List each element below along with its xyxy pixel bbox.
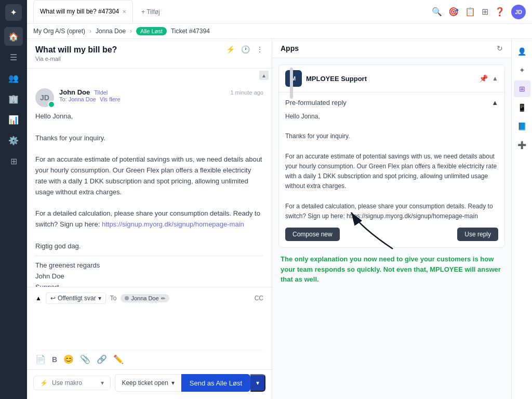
preview-line1: Thanks for your inquiry. — [285, 131, 498, 141]
sidebar-org-icon[interactable]: 🏢 — [4, 89, 23, 108]
reply-area: ▲ ↩ Offentligt svar ▾ To Jonna Doe ✏ CC — [27, 287, 272, 369]
bold-icon[interactable]: B — [52, 355, 57, 364]
use-reply-button[interactable]: Use reply — [457, 228, 498, 241]
message-header: JD John Doe Tildel 1 minute ago To: — [35, 88, 263, 107]
app-actions: Compose new Use reply — [285, 228, 498, 241]
right-panel: Apps ↻ M MPLOYEE Support 📌 ▲ Pre-formula… — [272, 39, 511, 399]
sidebar-home-icon[interactable]: 🏠 — [4, 27, 23, 46]
signature-1: The greenest regards — [35, 260, 263, 271]
email-header: What will my bill be? Via e-mail ⚡ 🕐 ⋮ — [27, 39, 272, 69]
scroll-up-btn[interactable]: ▲ — [259, 71, 269, 80]
email-pane: What will my bill be? Via e-mail ⚡ 🕐 ⋮ ▲ — [27, 39, 272, 399]
right-sidebar-add-icon[interactable]: ➕ — [514, 137, 530, 153]
keep-ticket-chevron: ▾ — [171, 379, 175, 387]
preformulated-header: Pre-formulated reply ▲ — [285, 99, 498, 107]
macro-chevron: ▾ — [101, 379, 104, 387]
sidebar-settings-icon[interactable]: ⚙️ — [4, 131, 23, 150]
more-icon[interactable]: ⋮ — [256, 45, 263, 54]
sidebar-apps-icon[interactable]: ⊞ — [4, 152, 23, 170]
sidebar-reports-icon[interactable]: 📊 — [4, 110, 23, 129]
send-button-group: Keep ticket open ▾ Send as Alle Løst ▾ — [115, 374, 265, 392]
content-area: What will my bill be? Via e-mail ⚡ 🕐 ⋮ ▲ — [27, 39, 532, 399]
breadcrumb-ticket: Ticket #47394 — [171, 28, 210, 35]
send-dropdown-button[interactable]: ▾ — [250, 374, 265, 392]
avatar-badge — [48, 101, 55, 108]
tab-title: What will my bill be? #47304 — [40, 8, 119, 15]
to-recipient[interactable]: Jonna Doe — [69, 96, 96, 102]
app-logo[interactable]: ✦ — [5, 4, 22, 21]
breadcrumb-user[interactable]: Jonna Doe — [96, 28, 126, 35]
email-title: What will my bill be? — [35, 45, 117, 55]
right-sidebar-user-icon[interactable]: 👤 — [514, 43, 530, 60]
keep-ticket-button[interactable]: Keep ticket open ▾ — [115, 374, 181, 392]
collapse-icon[interactable]: ▲ — [492, 75, 498, 82]
right-sidebar-phone-icon[interactable]: 📱 — [514, 99, 530, 116]
target-icon[interactable]: 🎯 — [448, 7, 459, 17]
search-icon[interactable]: 🔍 — [432, 7, 442, 17]
sidebar-views-icon[interactable]: ☰ — [4, 48, 23, 66]
app-card-body: Pre-formulated reply ▲ Hello Jonna, Than… — [279, 92, 504, 247]
reply-expand-btn[interactable]: ▲ — [35, 295, 42, 302]
macro-button[interactable]: ⚡ Use makro ▾ — [33, 376, 111, 390]
compose-new-button[interactable]: Compose new — [285, 228, 340, 241]
macro-label: Use makro — [52, 379, 82, 387]
right-sidebar-apps-icon[interactable]: ⊞ — [514, 81, 530, 97]
tildel-tag[interactable]: Tildel — [94, 89, 108, 96]
mployee-logo: M — [285, 70, 302, 87]
sender-avatar: JD — [35, 88, 54, 107]
filter-icon[interactable]: ⚡ — [226, 45, 235, 54]
right-sidebar: 👤 ✦ ⊞ 📱 📘 ➕ — [511, 39, 532, 399]
expand-triangle[interactable]: ▲ — [491, 99, 498, 107]
breadcrumb: My Org A/S (opret) › Jonna Doe › Alle Lø… — [27, 24, 532, 39]
right-sidebar-book-icon[interactable]: 📘 — [514, 118, 530, 135]
app-card-mployee: M MPLOYEE Support 📌 ▲ Pre-formulated rep… — [278, 64, 505, 248]
paperclip-icon[interactable]: 📎 — [80, 354, 90, 364]
preview-line3: For a detailed calculation, please share… — [285, 202, 498, 221]
breadcrumb-separator: › — [89, 28, 91, 35]
reply-to-label: To — [110, 295, 117, 302]
message-time: 1 minute ago — [230, 89, 263, 96]
top-bar: What will my bill be? #47304 ✕ + Tilføj … — [27, 0, 532, 24]
apps-icon[interactable]: ⊞ — [482, 7, 488, 17]
bottom-bar: ⚡ Use makro ▾ Keep ticket open ▾ Send as… — [27, 369, 272, 396]
new-tab-button[interactable]: + Tilføj — [137, 6, 164, 18]
reply-content[interactable] — [35, 308, 263, 350]
see-more-link[interactable]: Vis flere — [100, 96, 121, 102]
send-label: Send as Alle Løst — [190, 379, 242, 387]
sidebar-contacts-icon[interactable]: 👥 — [4, 69, 23, 87]
body-line3: For a detailed calculation, please share… — [35, 208, 263, 230]
email-body[interactable]: ▲ JD John Doe Tildel 1 minute ago — [27, 69, 272, 287]
apps-title: Apps — [281, 44, 299, 52]
link-icon[interactable]: 🔗 — [97, 354, 107, 364]
refresh-icon[interactable]: ↻ — [497, 44, 503, 52]
sender-info: John Doe Tildel 1 minute ago To: Jonna D… — [59, 88, 263, 104]
user-avatar[interactable]: JD — [511, 5, 526, 19]
reply-header: ▲ ↩ Offentligt svar ▾ To Jonna Doe ✏ CC — [35, 292, 263, 304]
email-header-icons: ⚡ 🕐 ⋮ — [226, 45, 263, 54]
tab-close-icon[interactable]: ✕ — [122, 9, 126, 15]
marketing-text: The only explanation you now need to giv… — [278, 254, 505, 285]
signup-link[interactable]: https://signup.myorg.dk/signup/homepage-… — [102, 220, 244, 228]
pin-icon[interactable]: 📌 — [479, 74, 488, 83]
breadcrumb-org[interactable]: My Org A/S (opret) — [33, 28, 85, 35]
help-icon[interactable]: ❓ — [495, 7, 505, 17]
send-button[interactable]: Send as Alle Løst — [181, 374, 250, 392]
cc-button[interactable]: CC — [255, 295, 263, 302]
grid-icon[interactable]: 📋 — [465, 7, 475, 17]
macro-icon: ⚡ — [40, 379, 48, 387]
right-sidebar-star-icon[interactable]: ✦ — [514, 62, 530, 78]
history-icon[interactable]: 🕐 — [241, 45, 250, 54]
reply-preview: Hello Jonna, Thanks for your inquiry. Fo… — [285, 112, 498, 221]
recipient-name: Jonna Doe — [131, 295, 158, 301]
attachment-icon[interactable]: 📄 — [35, 354, 46, 364]
pen-icon[interactable]: ✏️ — [113, 354, 124, 364]
reply-type-button[interactable]: ↩ Offentligt svar ▾ — [46, 292, 106, 304]
apps-panel-header: Apps ↻ — [272, 39, 511, 58]
reply-toolbar: 📄 B 😊 📎 🔗 ✏️ — [35, 350, 263, 364]
emoji-icon[interactable]: 😊 — [63, 354, 74, 364]
edit-recipient-icon[interactable]: ✏ — [161, 296, 165, 301]
body-greeting: Hello Jonna, — [35, 111, 263, 122]
main-tab[interactable]: What will my bill be? #47304 ✕ — [33, 0, 133, 23]
signature-3: Support — [35, 282, 263, 287]
app-name: MPLOYEE Support — [306, 75, 475, 83]
